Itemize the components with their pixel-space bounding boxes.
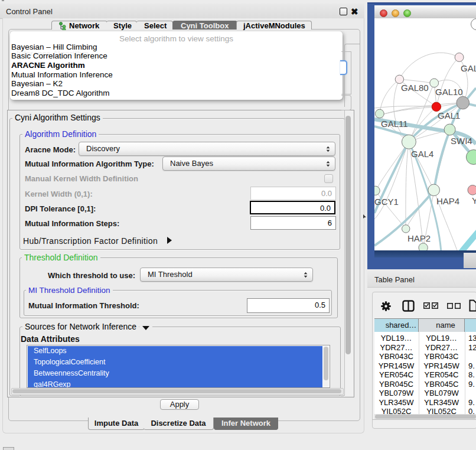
svg-text:GAL7: GAL7 <box>461 63 476 73</box>
svg-text:SWI4: SWI4 <box>451 136 472 146</box>
svg-text:YD: YD <box>472 195 476 206</box>
svg-text:GAL11: GAL11 <box>381 119 408 129</box>
svg-text:GAL10: GAL10 <box>435 87 463 97</box>
svg-text:GAL80: GAL80 <box>401 83 429 93</box>
svg-text:GCY1: GCY1 <box>374 197 399 207</box>
svg-text:GAL1: GAL1 <box>438 110 460 120</box>
svg-text:HAP4: HAP4 <box>436 196 459 206</box>
svg-text:GAL4: GAL4 <box>411 149 433 159</box>
svg-text:HAP2: HAP2 <box>407 233 431 243</box>
